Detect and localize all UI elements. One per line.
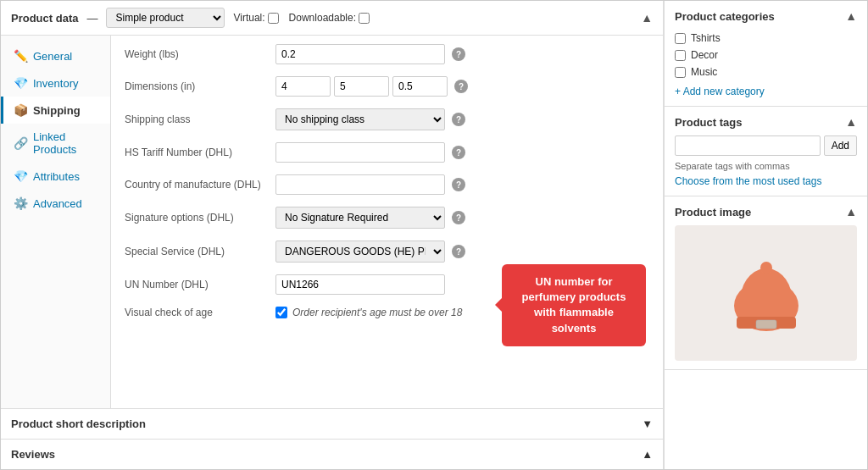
reviews-section[interactable]: Reviews ▲ [1,439,663,469]
reviews-title: Reviews [11,448,55,461]
advanced-icon: ⚙️ [14,196,28,210]
product-short-description-section[interactable]: Product short description ▼ [1,408,663,439]
country-label: Country of manufacture (DHL) [125,179,269,191]
product-type-select[interactable]: Simple product [106,8,225,28]
tags-title: Product tags [675,116,742,129]
un-number-input[interactable] [275,274,445,295]
dimensions-row: Dimensions (in) ? [125,76,649,97]
form-area: Weight (lbs) ? Dimensions (in) ? [111,36,663,408]
product-short-description-arrow: ▼ [642,417,653,430]
signature-select[interactable]: No Signature Required [275,207,445,229]
visual-check-group: Order recipient's age must be over 18 [275,307,462,318]
hs-tariff-input[interactable] [275,142,445,163]
hs-tariff-row: HS Tariff Number (DHL) ? [125,142,649,163]
tags-input-row: Add [675,135,857,156]
category-tshirts-label: Tshirts [691,32,721,44]
product-image-header: Product image ▲ [675,205,857,218]
category-tshirts-checkbox[interactable] [675,33,686,44]
attributes-icon: 💎 [14,169,28,183]
hs-tariff-label: HS Tariff Number (DHL) [125,147,269,158]
category-music-label: Music [691,66,717,78]
downloadable-checkbox[interactable] [359,13,370,24]
sidebar-nav: ✏️ General 💎 Inventory 📦 Shipping 🔗 Link… [1,36,111,408]
tags-input[interactable] [675,135,821,156]
dimensions-help-icon[interactable]: ? [454,80,468,93]
tags-add-button[interactable]: Add [824,135,857,156]
category-music: Music [675,64,857,80]
signature-label: Signature options (DHL) [125,212,269,224]
virtual-label[interactable]: Virtual: [233,12,278,24]
un-number-label: UN Number (DHL) [125,279,269,290]
sidebar-item-linked-products-label: Linked Products [33,130,100,156]
categories-header: Product categories ▲ [675,9,857,23]
special-service-select[interactable]: DANGEROUS GOODS (HE) PI965 1A [275,241,445,263]
signature-row: Signature options (DHL) No Signature Req… [125,207,649,229]
tags-choose-link[interactable]: Choose from the most used tags [675,175,821,187]
shipping-class-label: Shipping class [125,113,269,125]
shipping-icon: 📦 [14,103,28,117]
signature-help-icon[interactable]: ? [452,211,465,224]
header-dash: — [86,12,97,25]
categories-title: Product categories [675,10,775,23]
category-music-checkbox[interactable] [675,67,686,78]
visual-check-checkbox[interactable] [275,307,287,318]
category-decor-checkbox[interactable] [675,50,686,61]
product-data-title: Product data [11,12,78,25]
sidebar-item-inventory-label: Inventory [33,77,78,90]
svg-rect-2 [756,320,776,329]
sidebar-item-linked-products[interactable]: 🔗 Linked Products [1,124,110,163]
sidebar-item-attributes[interactable]: 💎 Attributes [1,163,110,190]
shipping-class-help-icon[interactable]: ? [452,113,465,126]
shipping-class-select[interactable]: No shipping class [275,108,445,130]
sidebar-item-general-label: General [33,50,72,63]
sidebar-item-shipping-label: Shipping [33,104,81,117]
tags-section: Product tags ▲ Add Separate tags with co… [665,107,867,196]
dimensions-label: Dimensions (in) [125,80,269,92]
weight-row: Weight (lbs) ? [125,44,649,64]
downloadable-label[interactable]: Downloadable: [289,12,370,24]
weight-input[interactable] [275,44,445,64]
inventory-icon: 💎 [14,76,28,90]
svg-point-3 [760,262,772,274]
tooltip-bubble: UN number for perfumery products with fl… [502,264,646,346]
hs-tariff-help-icon[interactable]: ? [452,146,465,159]
shipping-class-row: Shipping class No shipping class ? [125,108,649,130]
sidebar-item-inventory[interactable]: 💎 Inventory [1,69,110,97]
header-collapse-arrow[interactable]: ▲ [641,11,653,25]
product-data-header: Product data — Simple product Virtual: D… [1,1,663,36]
tags-header: Product tags ▲ [675,115,857,129]
dimension-w-input[interactable] [334,76,389,97]
country-input[interactable] [275,174,445,195]
special-service-help-icon[interactable]: ? [452,245,465,258]
product-short-description-title: Product short description [11,417,146,430]
tooltip-text: UN number for perfumery products with fl… [522,275,626,335]
add-category-link[interactable]: + Add new category [675,86,857,97]
categories-arrow[interactable]: ▲ [845,9,857,23]
sidebar-item-shipping[interactable]: 📦 Shipping [1,97,110,124]
visual-check-text: Order recipient's age must be over 18 [292,307,462,318]
virtual-checkbox[interactable] [268,13,279,24]
sidebar-item-advanced-label: Advanced [33,197,82,210]
linked-products-icon: 🔗 [14,136,28,150]
categories-section: Product categories ▲ Tshirts Decor Music… [665,1,867,107]
sidebar-item-advanced[interactable]: ⚙️ Advanced [1,190,110,217]
dimensions-inputs [275,76,448,97]
product-image-section: Product image ▲ [665,196,867,370]
dimension-l-input[interactable] [275,76,331,97]
special-service-label: Special Service (DHL) [125,246,269,257]
product-image-title: Product image [675,206,751,218]
country-help-icon[interactable]: ? [452,178,465,191]
weight-help-icon[interactable]: ? [452,47,465,61]
sidebar-item-general[interactable]: ✏️ General [1,42,110,69]
dimension-h-input[interactable] [392,76,448,97]
product-image-area[interactable] [675,225,857,361]
tags-arrow[interactable]: ▲ [845,115,857,129]
tags-hint: Separate tags with commas [675,161,857,171]
right-panel: Product categories ▲ Tshirts Decor Music… [664,1,867,469]
special-service-row: Special Service (DHL) DANGEROUS GOODS (H… [125,241,649,263]
product-image-svg [724,242,809,344]
product-image-arrow[interactable]: ▲ [845,205,857,218]
weight-label: Weight (lbs) [125,48,269,60]
country-row: Country of manufacture (DHL) ? [125,174,649,195]
category-decor-label: Decor [691,49,718,61]
